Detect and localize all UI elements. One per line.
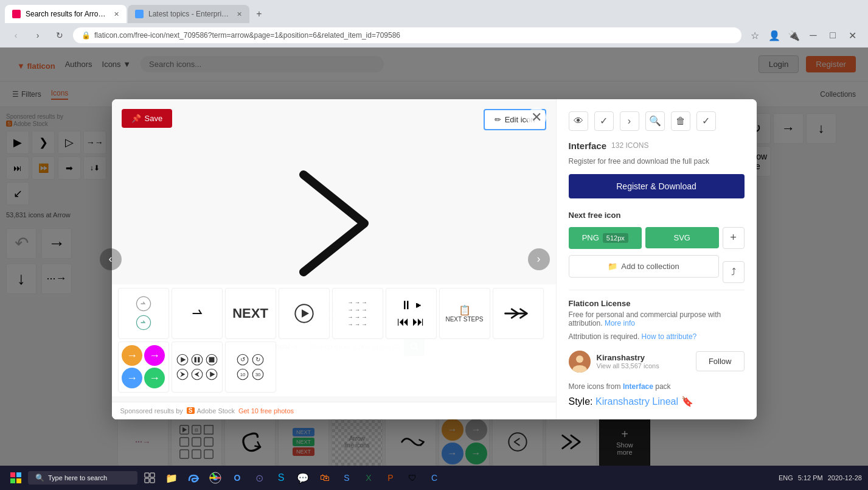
taskbar-search-label: Type here to search — [48, 474, 107, 481]
tab-1-active[interactable]: Search results for Arrow - Flatico... ✕ — [5, 5, 127, 23]
license-text: Free for personal and commercial purpose… — [569, 310, 745, 327]
next-action-icon[interactable]: › — [620, 111, 639, 131]
files-button[interactable]: S — [337, 468, 356, 488]
interface-pack-link[interactable]: Interface — [623, 382, 653, 391]
svg-point-28 — [576, 355, 583, 363]
register-download-button[interactable]: Register & Download — [569, 174, 745, 198]
sponsored-results-bar: Sponsored results by S Adobe Stock Get 1… — [112, 402, 556, 419]
svg-rect-43 — [16, 472, 21, 477]
grid-icon-7[interactable]: 📋 NEXT STEPS — [439, 288, 490, 339]
author-info: Kiranshastry View all 53,567 icons — [597, 353, 690, 369]
main-icon-display — [273, 163, 395, 284]
forward-button[interactable]: › — [29, 27, 46, 44]
edge-button[interactable] — [184, 468, 203, 488]
bookmark-button[interactable]: ☆ — [746, 27, 763, 44]
svg-rect-45 — [16, 478, 21, 483]
next-free-icon-title: Next free icon — [569, 211, 745, 220]
svg-marker-7 — [181, 357, 186, 362]
back-button[interactable]: ‹ — [7, 27, 24, 44]
browser-chrome: Search results for Arrow - Flatico... ✕ … — [0, 0, 868, 47]
icon-set-desc: Register for free and download the full … — [569, 157, 745, 166]
grid-icon-6[interactable]: ⏸ ▶ ⏮ ⏭ — [386, 288, 437, 339]
url-bar[interactable]: 🔒 flaticon.com/free-icon/next_709586?ter… — [73, 27, 741, 43]
preview-action-icon[interactable]: 👁 — [569, 111, 588, 131]
ppt-button[interactable]: P — [381, 468, 400, 488]
delete-action-icon[interactable]: 🗑 — [671, 111, 690, 131]
save-button[interactable]: 📌 Save — [122, 109, 173, 128]
minimize-button[interactable]: ─ — [805, 27, 822, 44]
grid-icon-3[interactable]: NEXT — [225, 288, 276, 339]
url-text: flaticon.com/free-icon/next_709586?term=… — [94, 31, 400, 40]
share-button[interactable]: ⤴ — [723, 261, 745, 283]
outlook-button[interactable]: O — [227, 468, 247, 488]
tab-2-close[interactable]: ✕ — [237, 10, 242, 18]
edit-icon: ✏ — [495, 115, 501, 124]
author-icon-count[interactable]: View all 53,567 icons — [597, 362, 690, 369]
lock-icon: 🔒 — [82, 31, 91, 40]
license-title: Flaticon License — [569, 299, 745, 308]
reload-button[interactable]: ↻ — [51, 27, 68, 44]
chrome2-button[interactable]: C — [425, 468, 444, 488]
svg-rect-9 — [194, 357, 196, 362]
svg-text:↻: ↻ — [255, 356, 260, 363]
tab-1-label: Search results for Arrow - Flatico... — [26, 10, 109, 18]
follow-button[interactable]: Follow — [696, 351, 745, 371]
grid-icon-5[interactable]: → → → → → → → → → → → → — [332, 288, 383, 339]
modal-prev-button[interactable]: ‹ — [100, 248, 122, 270]
modal-close-button[interactable]: ✕ — [527, 108, 546, 127]
extensions-button[interactable]: 🔌 — [785, 27, 802, 44]
download-svg-button[interactable]: SVG — [645, 227, 719, 248]
profile-button[interactable]: 👤 — [766, 27, 783, 44]
tab-2-favicon — [135, 10, 144, 18]
download-png-button[interactable]: PNG 512px — [569, 227, 642, 249]
check2-action-icon[interactable]: ✓ — [696, 111, 716, 131]
chrome-button[interactable] — [206, 468, 225, 488]
grid-icon-10[interactable] — [172, 341, 223, 393]
action-icons-row: 👁 ✓ › 🔍 🗑 ✓ — [569, 111, 745, 131]
antivirus-button[interactable]: 🛡 — [403, 468, 422, 488]
tab-1-close[interactable]: ✕ — [114, 10, 119, 18]
style-link-row: Style: Kiranshastry Lineal 🔖 — [569, 396, 745, 407]
tab-2-inactive[interactable]: Latest topics - Enterprise DNA Fo... ✕ — [128, 5, 249, 23]
store-button[interactable]: 🛍 — [315, 468, 335, 488]
grid-icon-9[interactable]: → → → → — [118, 341, 169, 393]
windows-taskbar: 🔍 Type here to search 📁 O ⊙ S 💬 🛍 S X P … — [0, 466, 868, 490]
grid-icon-8[interactable] — [493, 288, 544, 339]
teams-button[interactable]: ⊙ — [249, 468, 269, 488]
tab-2-label: Latest topics - Enterprise DNA Fo... — [148, 10, 232, 18]
task-view-button[interactable] — [140, 468, 159, 488]
close-browser-button[interactable]: ✕ — [844, 27, 861, 44]
grid-icon-4[interactable] — [279, 288, 330, 339]
pinterest-icon: 📌 — [131, 114, 141, 123]
search-action-icon[interactable]: 🔍 — [645, 111, 665, 131]
get-free-photos-link[interactable]: Get 10 free photos — [238, 407, 294, 415]
more-icons-section: More icons from Interface pack Style: Ki… — [569, 382, 745, 407]
check-action-icon[interactable]: ✓ — [594, 111, 614, 131]
chevron-right-svg — [273, 163, 395, 284]
new-tab-button[interactable]: + — [251, 5, 268, 23]
svg-text:10: 10 — [240, 372, 246, 377]
svg-rect-12 — [209, 357, 214, 362]
add-to-collection-button[interactable]: 📁 Add to collection — [569, 255, 719, 278]
address-bar: ‹ › ↻ 🔒 flaticon.com/free-icon/next_7095… — [0, 23, 868, 47]
maximize-button[interactable]: □ — [824, 27, 841, 44]
svg-rect-44 — [10, 478, 15, 483]
svg-marker-16 — [194, 371, 199, 377]
start-button[interactable] — [6, 468, 26, 488]
style-name-link[interactable]: Kiranshastry Lineal 🔖 — [595, 396, 693, 407]
grid-icon-11[interactable]: ↺ ↻ 10 30 — [225, 341, 276, 393]
taskbar-search-box[interactable]: 🔍 Type here to search — [28, 471, 137, 485]
modal-next-button[interactable]: › — [528, 248, 550, 270]
more-formats-button[interactable]: + — [723, 227, 745, 249]
svg-point-8 — [192, 354, 203, 365]
grid-icon-1[interactable] — [118, 288, 169, 339]
whatsapp-button[interactable]: 💬 — [293, 468, 313, 488]
how-to-attribute-link[interactable]: How to attribute? — [642, 332, 697, 341]
author-section: Kiranshastry View all 53,567 icons Follo… — [569, 351, 745, 373]
file-explorer-button[interactable]: 📁 — [162, 468, 181, 488]
grid-icon-2[interactable] — [172, 288, 223, 339]
skype-button[interactable]: S — [271, 468, 291, 488]
excel-button[interactable]: X — [359, 468, 378, 488]
svg-marker-14 — [180, 371, 185, 377]
more-info-link[interactable]: More info — [605, 319, 635, 327]
